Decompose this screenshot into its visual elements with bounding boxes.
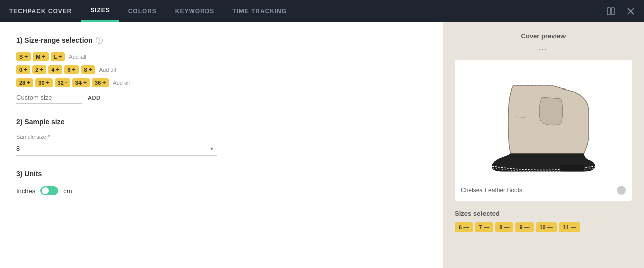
add-all-even[interactable]: Add all — [99, 67, 116, 73]
left-panel: 1) Size-range selection i S + M + L + Ad… — [0, 22, 443, 268]
chip-M[interactable]: M + — [33, 52, 48, 61]
product-name: Chelsea Leather Boots — [461, 187, 522, 194]
cm-label: cm — [63, 187, 72, 195]
sample-size-section: 2) Sample size Sample size * 6 7 8 9 10 … — [16, 118, 427, 156]
cover-preview-title: Cover preview — [455, 32, 632, 40]
main-layout: 1) Size-range selection i S + M + L + Ad… — [0, 22, 644, 268]
units-title: 3) Units — [16, 170, 427, 178]
svg-rect-0 — [607, 8, 610, 15]
units-row: Inches cm — [16, 186, 427, 195]
sample-size-select-wrapper: 6 7 8 9 10 11 ▾ — [16, 142, 217, 156]
nav-time-tracking[interactable]: TIME TRACKING — [223, 0, 296, 22]
three-dots-menu[interactable]: ⋯ — [455, 44, 632, 55]
selected-chip-6[interactable]: 6 — — [455, 222, 473, 232]
inches-label: Inches — [16, 187, 35, 195]
selected-chip-10[interactable]: 10 — — [536, 222, 557, 232]
svg-rect-1 — [611, 8, 614, 15]
add-custom-size-button[interactable]: ADD — [88, 95, 100, 101]
nav-techpack-cover[interactable]: TECHPACK COVER — [0, 0, 81, 22]
chip-0[interactable]: 0 + — [16, 65, 30, 74]
size-row-jeans: 28 + 30 + 32 - 34 + 36 + — [16, 78, 427, 87]
svg-rect-4 — [561, 165, 584, 171]
chip-32[interactable]: 32 - — [55, 78, 70, 87]
chip-S[interactable]: S + — [16, 52, 31, 61]
cover-label-row: Chelsea Leather Boots — [461, 182, 626, 195]
units-toggle[interactable] — [40, 186, 58, 195]
chip-30[interactable]: 30 + — [35, 78, 52, 87]
top-navigation: TECHPACK COVER SIZES COLORS KEYWORDS TIM… — [0, 0, 644, 22]
chip-L[interactable]: L + — [51, 52, 65, 61]
size-range-title: 1) Size-range selection i — [16, 36, 427, 44]
sample-size-select[interactable]: 6 7 8 9 10 11 — [16, 142, 217, 156]
size-row-letters: S + M + L + Add all — [16, 52, 427, 61]
sizes-selected-row: 6 — 7 — 8 — 9 — 10 — 11 — — [455, 222, 632, 232]
toggle-thumb — [42, 187, 49, 194]
nav-sizes[interactable]: SIZES — [81, 0, 119, 22]
custom-size-input[interactable] — [16, 92, 82, 104]
nav-colors[interactable]: COLORS — [119, 0, 166, 22]
cover-preview-card: Chelsea Leather Boots — [455, 60, 632, 201]
chip-6[interactable]: 6 + — [64, 65, 78, 74]
info-icon[interactable]: i — [96, 37, 103, 44]
selected-chip-7[interactable]: 7 — — [475, 222, 493, 232]
units-section: 3) Units Inches cm — [16, 170, 427, 195]
sample-size-title: 2) Sample size — [16, 118, 427, 126]
selected-chip-8[interactable]: 8 — — [495, 222, 513, 232]
layout-icon[interactable] — [604, 4, 618, 18]
selected-chip-9[interactable]: 9 — — [515, 222, 533, 232]
chip-4[interactable]: 4 + — [48, 65, 62, 74]
chip-8[interactable]: 8 + — [81, 65, 95, 74]
chip-28[interactable]: 28 + — [16, 78, 33, 87]
add-all-letters[interactable]: Add all — [69, 54, 86, 60]
boot-illustration — [478, 66, 609, 182]
chip-34[interactable]: 34 + — [72, 78, 90, 87]
right-panel: Cover preview ⋯ — [443, 22, 644, 268]
size-row-even: 0 + 2 + 4 + 6 + 8 + A — [16, 65, 427, 74]
size-range-section: 1) Size-range selection i S + M + L + Ad… — [16, 36, 427, 104]
nav-keywords[interactable]: KEYWORDS — [166, 0, 223, 22]
chip-36[interactable]: 36 + — [92, 78, 109, 87]
sizes-selected-title: Sizes selected — [455, 210, 632, 217]
sample-size-label: Sample size * — [16, 134, 427, 140]
selected-chip-11[interactable]: 11 — — [559, 222, 580, 232]
cover-action-button[interactable] — [617, 186, 626, 195]
add-all-jeans[interactable]: Add all — [113, 80, 130, 86]
close-icon[interactable] — [624, 4, 638, 18]
nav-right-controls — [604, 4, 644, 18]
custom-size-row: ADD — [16, 92, 427, 104]
chip-2[interactable]: 2 + — [32, 65, 46, 74]
